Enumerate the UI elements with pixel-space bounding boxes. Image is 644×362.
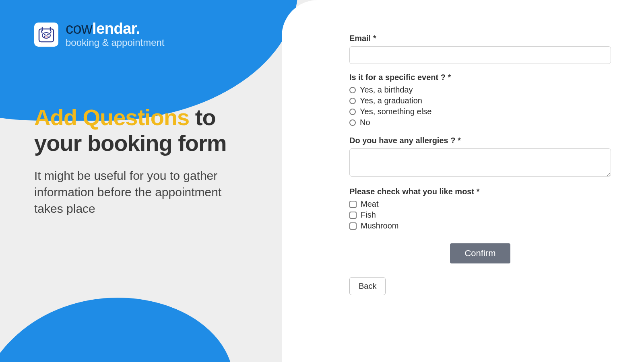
back-button[interactable]: Back <box>349 277 386 295</box>
option-label: Mushroom <box>361 221 398 230</box>
checkbox-icon <box>349 201 357 208</box>
event-option-graduation[interactable]: Yes, a graduation <box>349 96 611 105</box>
email-label: Email * <box>349 34 611 43</box>
option-label: No <box>360 118 370 127</box>
page-subhead: It might be useful for you to gather inf… <box>34 167 252 217</box>
svg-point-4 <box>44 34 45 35</box>
event-option-birthday[interactable]: Yes, a birthday <box>349 85 611 95</box>
svg-point-6 <box>44 36 48 38</box>
decorative-blob-top <box>0 0 298 121</box>
headline-accent: Add Questions <box>34 105 189 130</box>
option-label: Yes, a birthday <box>360 85 413 95</box>
checkbox-icon <box>349 222 357 230</box>
option-label: Fish <box>361 210 376 220</box>
logo-title-prefix: cow <box>66 20 92 37</box>
allergies-field[interactable] <box>349 148 611 177</box>
confirm-button[interactable]: Confirm <box>450 243 510 263</box>
headline-rest-b: your booking form <box>34 130 227 156</box>
logo-subtitle: booking & appointment <box>66 37 165 48</box>
event-question-label: Is it for a specific event ? * <box>349 73 611 82</box>
decorative-blob-bottom <box>0 298 233 362</box>
cowlendar-logo-icon <box>34 23 58 47</box>
like-option-meat[interactable]: Meat <box>349 200 611 209</box>
option-label: Meat <box>361 200 378 209</box>
radio-icon <box>349 119 356 126</box>
logo-title-suffix: lendar. <box>92 20 140 37</box>
allergies-question-label: Do you have any allergies ? * <box>349 136 611 145</box>
radio-icon <box>349 87 356 93</box>
email-field[interactable] <box>349 46 611 64</box>
option-label: Yes, something else <box>360 107 431 116</box>
checkbox-icon <box>349 212 357 219</box>
like-option-fish[interactable]: Fish <box>349 210 611 220</box>
event-option-something-else[interactable]: Yes, something else <box>349 107 611 116</box>
svg-point-5 <box>47 34 49 35</box>
event-option-no[interactable]: No <box>349 118 611 127</box>
like-question-label: Please check what you like most * <box>349 187 611 196</box>
logo-title: cowlendar. <box>66 21 165 36</box>
radio-icon <box>349 98 356 104</box>
like-option-mushroom[interactable]: Mushroom <box>349 221 611 230</box>
option-label: Yes, a graduation <box>360 96 422 105</box>
headline-rest-a: to <box>189 105 215 130</box>
form-panel: Email * Is it for a specific event ? * Y… <box>282 0 644 362</box>
page-title: Add Questions to your booking form <box>34 105 252 156</box>
radio-icon <box>349 109 356 115</box>
logo: cowlendar. booking & appointment <box>34 21 165 48</box>
